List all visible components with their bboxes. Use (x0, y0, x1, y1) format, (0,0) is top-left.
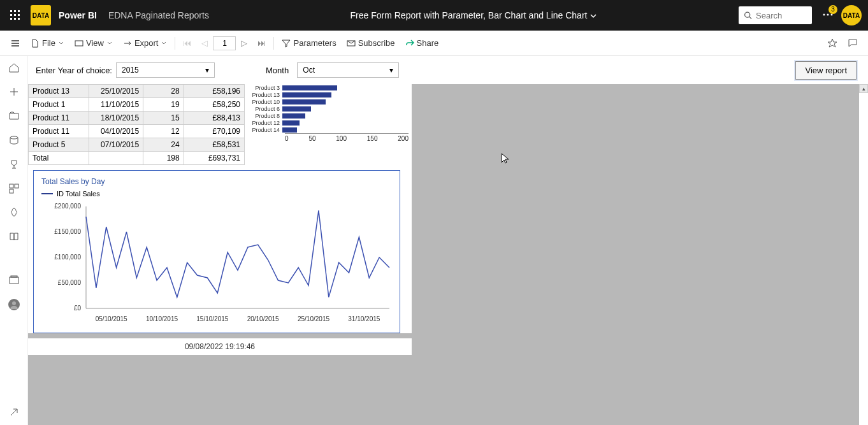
favorite-button[interactable] (822, 33, 843, 54)
page-number-input[interactable] (213, 36, 236, 50)
svg-rect-21 (15, 184, 18, 188)
year-param-label: Enter Year of choice: (36, 66, 112, 75)
report-title-dropdown[interactable]: Free Form Report with Parameter, Bar Cha… (351, 10, 598, 20)
month-param-label: Month (266, 66, 289, 75)
first-page-button[interactable]: ⏮ (178, 38, 196, 48)
view-icon (75, 39, 83, 48)
prev-page-button[interactable]: ◁ (196, 38, 213, 48)
svg-rect-6 (10, 18, 12, 20)
svg-rect-20 (10, 184, 13, 188)
line-chart-svg: £0£50,000£100,000£150,000£200,00005/10/2… (41, 200, 396, 328)
month-dropdown[interactable]: Oct▾ (297, 62, 399, 78)
star-icon (827, 38, 837, 48)
rail-browse-icon[interactable] (8, 110, 20, 122)
svg-rect-8 (18, 18, 20, 20)
brand-label: Power BI (59, 10, 97, 20)
svg-rect-4 (14, 14, 16, 16)
mail-icon (347, 39, 356, 48)
file-icon (31, 39, 40, 48)
notification-badge: 3 (828, 5, 837, 14)
svg-rect-22 (10, 189, 13, 193)
bar-chart: Product 3Product 13Product 10Product 6Pr… (248, 84, 409, 157)
report-canvas: Product 1325/10/201528£58,196Product 111… (28, 84, 859, 425)
logo: DATA (31, 5, 51, 25)
svg-rect-3 (10, 14, 12, 16)
comments-button[interactable] (843, 33, 863, 54)
svg-rect-23 (10, 277, 18, 284)
search-input[interactable] (756, 11, 807, 20)
app-launcher-icon[interactable] (0, 10, 31, 20)
last-page-button[interactable]: ⏭ (252, 38, 271, 48)
svg-rect-5 (18, 14, 20, 16)
more-options-icon[interactable]: 3 (822, 9, 834, 22)
search-box[interactable] (739, 6, 812, 24)
line-chart-card: Total Sales by Day ID Total Sales £0£50,… (33, 170, 400, 333)
svg-text:£100,000: £100,000 (54, 254, 81, 261)
table-row: Product 111/10/201519£58,250 (29, 98, 245, 112)
share-icon (405, 39, 414, 48)
svg-rect-17 (75, 41, 83, 46)
chevron-down-icon (58, 40, 64, 47)
svg-rect-0 (10, 10, 12, 12)
rail-data-icon[interactable] (8, 134, 20, 147)
svg-text:£150,000: £150,000 (54, 228, 81, 235)
rail-myworkspace-icon[interactable] (8, 298, 20, 311)
rail-home-icon[interactable] (8, 61, 20, 74)
svg-text:20/10/2015: 20/10/2015 (247, 315, 279, 322)
view-report-button[interactable]: View report (795, 61, 857, 80)
svg-point-26 (12, 301, 16, 305)
svg-point-12 (827, 13, 829, 15)
chevron-down-icon (106, 40, 113, 47)
chevron-down-icon (161, 40, 167, 47)
rail-goals-icon[interactable] (8, 158, 20, 171)
svg-rect-1 (14, 10, 16, 12)
rail-expand-icon[interactable] (8, 406, 20, 419)
rail-workspaces-icon[interactable] (8, 274, 20, 287)
rail-learn-icon[interactable] (8, 231, 20, 243)
svg-line-10 (749, 17, 751, 18)
report-footer-timestamp: 09/08/2022 19:19:46 (28, 338, 412, 355)
table-row: Product 1325/10/201528£58,196 (29, 85, 245, 98)
hamburger-icon[interactable] (5, 38, 25, 48)
data-table: Product 1325/10/201528£58,196Product 111… (28, 84, 245, 165)
svg-text:05/10/2015: 05/10/2015 (96, 315, 127, 322)
scrollbar-up-button[interactable]: ▴ (859, 84, 868, 93)
search-icon (744, 11, 752, 20)
svg-text:31/10/2015: 31/10/2015 (348, 315, 380, 322)
subscribe-button[interactable]: Subscribe (342, 33, 400, 54)
chevron-down-icon: ▾ (205, 66, 209, 75)
rail-apps-icon[interactable] (8, 182, 20, 195)
svg-text:25/10/2015: 25/10/2015 (298, 315, 329, 322)
line-chart-legend: ID Total Sales (41, 190, 393, 198)
svg-rect-7 (14, 18, 16, 20)
svg-point-19 (10, 136, 18, 139)
share-button[interactable]: Share (400, 33, 444, 54)
rail-create-icon[interactable] (8, 85, 20, 98)
line-chart-title: Total Sales by Day (41, 177, 393, 186)
file-menu[interactable]: File (25, 33, 69, 54)
export-icon (123, 39, 132, 48)
svg-rect-24 (11, 276, 17, 277)
rail-deploy-icon[interactable] (8, 206, 20, 219)
table-row: Product 507/10/201524£58,531 (29, 138, 245, 152)
table-total-row: Total198£693,731 (29, 152, 245, 165)
chevron-down-icon: ▾ (389, 66, 393, 75)
filter-icon (282, 39, 291, 48)
table-row: Product 1104/10/201512£70,109 (29, 125, 245, 138)
parameters-button[interactable]: Parameters (277, 33, 341, 54)
year-dropdown[interactable]: 2015▾ (116, 62, 215, 78)
svg-rect-2 (18, 10, 20, 12)
svg-text:10/10/2015: 10/10/2015 (146, 315, 178, 322)
svg-text:£0: £0 (74, 305, 82, 312)
avatar[interactable]: DATA (841, 5, 862, 25)
next-page-button[interactable]: ▷ (236, 38, 252, 48)
svg-text:£50,000: £50,000 (58, 279, 82, 286)
svg-point-11 (823, 13, 825, 15)
view-menu[interactable]: View (69, 33, 118, 54)
comment-icon (848, 38, 858, 48)
workspace-name[interactable]: EDNA Paginated Reports (108, 10, 209, 20)
table-row: Product 1118/10/201515£88,413 (29, 112, 245, 125)
svg-text:£200,000: £200,000 (54, 203, 81, 210)
svg-point-9 (745, 12, 750, 17)
export-menu[interactable]: Export (118, 33, 173, 54)
